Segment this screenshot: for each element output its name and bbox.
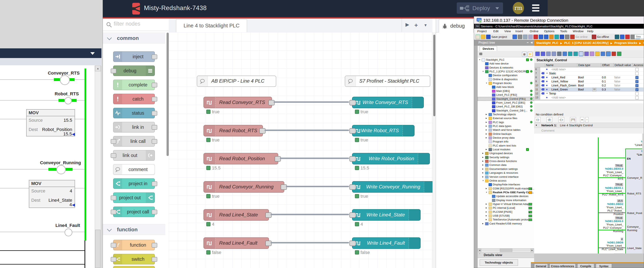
editor-toolbar-icon[interactable] (579, 52, 583, 56)
toolbar-icon[interactable] (620, 35, 624, 39)
palette-node-debug[interactable]: debug (113, 65, 155, 76)
add-flow-button[interactable]: + (414, 22, 418, 29)
expand-icon[interactable]: ▶ (486, 202, 487, 206)
save-project-button[interactable]: Save project (491, 35, 507, 38)
tree-filter-icon[interactable] (479, 53, 482, 55)
tree-item[interactable]: Update accessible devices (478, 194, 534, 198)
accessible-checkbox[interactable] (635, 96, 638, 99)
tree-item[interactable]: ▶Local modules✓ (478, 148, 534, 151)
flow-node-read[interactable]: Read Line4_Fault (204, 237, 269, 249)
palette-node-link-out[interactable]: link out (113, 150, 155, 161)
tree-item[interactable]: ▼Online access (478, 179, 534, 183)
tree-item[interactable]: Display/hide interfaces (478, 183, 534, 186)
editor-toolbar-icon[interactable] (562, 52, 567, 56)
collapse-icon[interactable]: ▼ (486, 190, 487, 194)
inspector-tab-compile[interactable]: Compile (577, 264, 594, 268)
tree-item[interactable]: ▶Device proxy data (478, 136, 534, 140)
scroll-up-icon[interactable]: ▲ (95, 65, 101, 71)
pin-icon[interactable]: ▪▪ (527, 41, 528, 44)
accessible-checkbox[interactable]: ✓ (635, 76, 638, 79)
hscroll-thumb[interactable] (500, 249, 512, 252)
main-menu-icon[interactable] (530, 3, 541, 14)
node-port-in[interactable] (350, 184, 356, 190)
tree-item[interactable]: ▶TeleService [Automatic protoco... (478, 218, 534, 222)
expand-icon[interactable]: ▶ (482, 159, 484, 163)
rdp-titlebar[interactable]: 192.168.0.137 - Remote Desktop Connectio… (474, 16, 644, 24)
flow-node-read[interactable]: Read Robot_Position (204, 153, 278, 164)
tree-item[interactable]: Main [OB1] (478, 89, 534, 93)
tree-item[interactable]: ▶Technology objects (478, 112, 534, 116)
project-tree-header[interactable]: Project tree ▪▪ ◀ (474, 40, 534, 46)
expand-icon[interactable]: ▶ (482, 163, 484, 167)
table-row[interactable]: 9Line4_YellowBool0.1false✓ (534, 79, 644, 84)
palette-node-project-out[interactable]: project out (113, 192, 155, 203)
tree-item[interactable]: Devices & networks (478, 66, 534, 69)
tree-item[interactable]: ▶Hyper-V Virtual Ethernet Adapter (478, 202, 534, 206)
node-port-left[interactable] (111, 210, 116, 214)
table-row[interactable]: 12▼Temp (534, 91, 644, 96)
editor-toolbar-icon[interactable] (557, 52, 562, 56)
toolbar-icon[interactable] (565, 35, 570, 39)
tree-item[interactable]: ▶Watch and force tables (478, 128, 534, 132)
table-row[interactable]: 10Line4_Flash_GreenBool0.2false✓ (534, 83, 644, 88)
breadcrumb-item[interactable]: Program blocks (614, 41, 637, 44)
palette-node-function[interactable]: ffunction (113, 240, 155, 250)
expand-icon[interactable]: ▶ (486, 187, 487, 190)
flow-node-write[interactable]: Write Robot_RTS (352, 125, 414, 136)
expand-icon[interactable]: ▶ (482, 167, 484, 171)
accessible-checkbox[interactable]: ✓ (635, 88, 638, 91)
menu-tools[interactable]: Tools (560, 29, 567, 33)
palette-node-status[interactable]: status (113, 108, 155, 118)
ladder-canvas[interactable]: Conveyor_RTSRobot_RTSConveyor_RunningLin… (0, 65, 95, 268)
node-port-in[interactable] (350, 128, 356, 134)
tia-titlebar[interactable]: TIA Siemens - C:\Users\richard\Documents… (474, 24, 644, 29)
module-tab[interactable]: Technology objects (480, 259, 518, 266)
flow-node-write[interactable]: Write Robot_Position (352, 153, 430, 164)
editor-toolbar-icon[interactable] (617, 52, 622, 56)
node-port-right[interactable] (152, 125, 157, 130)
toolbar-icon[interactable] (512, 35, 517, 39)
menu-window[interactable]: Window (573, 29, 584, 33)
toolbar-icon[interactable] (560, 35, 564, 39)
flow-node-read[interactable]: Read Line4_State (204, 209, 269, 221)
editor-toolbar-icon[interactable] (552, 52, 556, 56)
tab-scroll-right-icon[interactable]: ▶ (406, 22, 409, 27)
tree-expand-icon[interactable]: 📁 (528, 52, 532, 57)
flow-node-read[interactable]: Read Robot_RTS (204, 125, 263, 136)
palette-search[interactable] (103, 18, 168, 31)
editor-toolbar-icon[interactable] (546, 52, 551, 56)
tree-item[interactable]: Stacklight_Control [FB1] (478, 97, 534, 101)
expand-icon[interactable]: ▶ (486, 206, 487, 210)
palette-node-project-call[interactable]: project call (113, 207, 155, 217)
network-bar[interactable]: ▼ Network 1: Line 4 Stacklight Control (534, 123, 644, 128)
ladder-instruction-button[interactable]: -|/|- (546, 117, 552, 122)
menu-project[interactable]: Project (477, 29, 487, 33)
tree-item[interactable]: ▶Card Reader/USB memory (478, 222, 534, 226)
node-port-in[interactable] (350, 241, 356, 246)
tree-item[interactable]: Line4_PLC [FB2] (478, 93, 534, 97)
menu-help[interactable]: Help (587, 29, 594, 33)
palette-node-comment[interactable]: comment (113, 164, 155, 175)
menu-online[interactable]: Online (530, 29, 538, 33)
flow-node-read[interactable]: Read Conveyor_Running (204, 181, 284, 193)
tree-item[interactable]: ▶Security settings (478, 155, 534, 159)
palette-filter-input[interactable] (113, 20, 164, 27)
toolbar-icon[interactable] (630, 35, 635, 39)
toolbar-icon[interactable] (615, 35, 619, 39)
inspector-tab-syntax[interactable]: Syntax (596, 264, 612, 268)
toolbar-icon[interactable] (549, 35, 554, 39)
details-view-bar[interactable]: ˆDetails view (478, 252, 534, 258)
editor-toolbar-icon[interactable] (568, 52, 572, 56)
datatype-picker-button[interactable] (592, 88, 596, 91)
tab-devices[interactable]: Devices (480, 46, 497, 51)
tree-item[interactable]: ▶External source files (478, 116, 534, 120)
expander-icon[interactable]: ▼ (546, 91, 548, 95)
table-row[interactable]: 8Line4_RedBool0.0false✓ (534, 75, 644, 80)
comment-node[interactable]: AB EIP/CIP - Line 4 PLC (197, 76, 276, 87)
tree-item[interactable]: Add new block (478, 85, 534, 89)
palette-node-catch[interactable]: catch (113, 94, 155, 104)
breadcrumb-item[interactable]: Stacklight_PLC (536, 41, 558, 44)
tree-item[interactable]: ▶PLCSIM [PN/IE]✕ (478, 210, 534, 214)
go-offline-button[interactable]: Go offline (597, 35, 609, 38)
collapse-icon[interactable]: ▼ (486, 81, 487, 85)
